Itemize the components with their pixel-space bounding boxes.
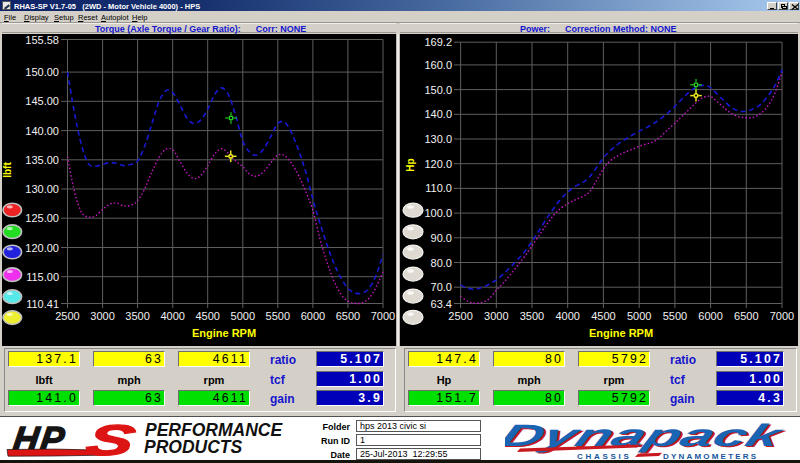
svg-text:120.0: 120.0 bbox=[424, 158, 452, 170]
svg-text:5000: 5000 bbox=[231, 310, 255, 322]
svg-text:160.0: 160.0 bbox=[424, 59, 452, 71]
svg-text:70.0: 70.0 bbox=[431, 281, 452, 293]
svg-text:3000: 3000 bbox=[90, 310, 114, 322]
svg-text:DYNAMOMETERS: DYNAMOMETERS bbox=[663, 452, 758, 461]
svg-text:5500: 5500 bbox=[266, 310, 290, 322]
svg-text:150.00: 150.00 bbox=[25, 66, 59, 78]
svg-text:63.4: 63.4 bbox=[431, 298, 452, 310]
svg-text:80.0: 80.0 bbox=[431, 257, 452, 269]
svg-text:120.00: 120.00 bbox=[25, 242, 59, 254]
svg-text:115.00: 115.00 bbox=[26, 271, 59, 283]
svg-text:5000: 5000 bbox=[627, 310, 651, 322]
svg-text:6000: 6000 bbox=[301, 310, 325, 322]
svg-text:150.0: 150.0 bbox=[424, 84, 452, 96]
svg-text:3500: 3500 bbox=[520, 310, 544, 322]
svg-text:4000: 4000 bbox=[160, 310, 184, 322]
svg-text:169.2: 169.2 bbox=[424, 36, 452, 48]
svg-text:6500: 6500 bbox=[734, 310, 758, 322]
svg-text:S: S bbox=[82, 420, 140, 463]
svg-text:100.0: 100.0 bbox=[424, 207, 452, 219]
svg-text:140.00: 140.00 bbox=[25, 125, 59, 137]
svg-text:3500: 3500 bbox=[125, 310, 149, 322]
svg-text:110.0: 110.0 bbox=[425, 182, 452, 194]
svg-text:Hp: Hp bbox=[405, 158, 416, 171]
svg-text:130.0: 130.0 bbox=[424, 133, 452, 145]
svg-text:4500: 4500 bbox=[591, 310, 615, 322]
svg-text:155.58: 155.58 bbox=[25, 34, 59, 46]
svg-text:5500: 5500 bbox=[663, 310, 687, 322]
svg-text:Engine RPM: Engine RPM bbox=[589, 327, 653, 339]
svg-text:7000: 7000 bbox=[770, 310, 794, 322]
svg-text:7000: 7000 bbox=[371, 310, 395, 322]
svg-text:110.41: 110.41 bbox=[26, 298, 59, 310]
svg-text:Engine RPM: Engine RPM bbox=[192, 327, 256, 339]
svg-text:145.00: 145.00 bbox=[25, 95, 59, 107]
svg-text:2500: 2500 bbox=[448, 310, 472, 322]
svg-text:125.00: 125.00 bbox=[25, 212, 59, 224]
svg-text:CHASSIS: CHASSIS bbox=[577, 452, 631, 461]
svg-text:90.0: 90.0 bbox=[431, 232, 452, 244]
svg-text:140.0: 140.0 bbox=[424, 108, 452, 120]
svg-text:135.00: 135.00 bbox=[25, 154, 59, 166]
svg-text:lbft: lbft bbox=[2, 162, 13, 178]
svg-text:2500: 2500 bbox=[55, 310, 79, 322]
svg-text:4500: 4500 bbox=[195, 310, 219, 322]
svg-text:4000: 4000 bbox=[555, 310, 579, 322]
svg-text:6500: 6500 bbox=[336, 310, 360, 322]
svg-text:6000: 6000 bbox=[698, 310, 722, 322]
svg-text:130.00: 130.00 bbox=[25, 183, 59, 195]
svg-text:3000: 3000 bbox=[484, 310, 508, 322]
